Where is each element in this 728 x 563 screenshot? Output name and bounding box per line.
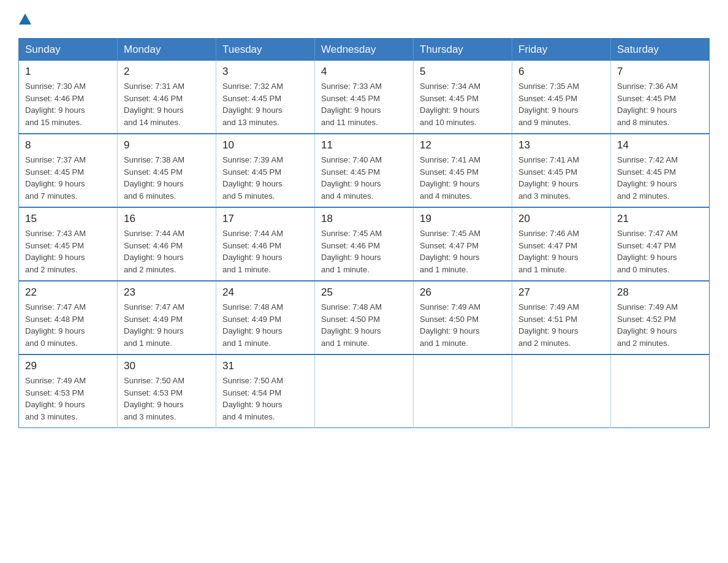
calendar-body: 1 Sunrise: 7:30 AMSunset: 4:46 PMDayligh… (19, 61, 710, 428)
day-info: Sunrise: 7:37 AMSunset: 4:45 PMDaylight:… (25, 154, 111, 202)
day-info: Sunrise: 7:35 AMSunset: 4:45 PMDaylight:… (518, 80, 604, 128)
day-number: 17 (222, 213, 308, 225)
day-info: Sunrise: 7:44 AMSunset: 4:46 PMDaylight:… (222, 228, 308, 275)
day-info: Sunrise: 7:36 AMSunset: 4:45 PMDaylight:… (617, 80, 703, 128)
day-number: 20 (518, 213, 604, 225)
day-number: 6 (518, 66, 604, 78)
calendar-cell: 30 Sunrise: 7:50 AMSunset: 4:53 PMDaylig… (118, 354, 216, 428)
day-number: 2 (124, 66, 210, 78)
calendar-cell: 4 Sunrise: 7:33 AMSunset: 4:45 PMDayligh… (315, 61, 414, 134)
calendar-cell: 12 Sunrise: 7:41 AMSunset: 4:45 PMDaylig… (414, 134, 512, 207)
calendar-week-row: 8 Sunrise: 7:37 AMSunset: 4:45 PMDayligh… (19, 134, 710, 207)
day-info: Sunrise: 7:38 AMSunset: 4:45 PMDaylight:… (124, 154, 210, 202)
calendar-cell: 7 Sunrise: 7:36 AMSunset: 4:45 PMDayligh… (611, 61, 710, 134)
calendar-cell: 17 Sunrise: 7:44 AMSunset: 4:46 PMDaylig… (216, 207, 315, 281)
day-number: 11 (321, 139, 407, 151)
day-number: 24 (222, 286, 308, 299)
day-number: 30 (124, 360, 210, 372)
day-number: 13 (518, 139, 604, 151)
calendar-cell: 19 Sunrise: 7:45 AMSunset: 4:47 PMDaylig… (414, 207, 512, 281)
calendar-cell: 9 Sunrise: 7:38 AMSunset: 4:45 PMDayligh… (118, 134, 216, 207)
calendar-cell: 21 Sunrise: 7:47 AMSunset: 4:47 PMDaylig… (611, 207, 710, 281)
calendar-cell: 18 Sunrise: 7:45 AMSunset: 4:46 PMDaylig… (315, 207, 414, 281)
calendar-cell: 8 Sunrise: 7:37 AMSunset: 4:45 PMDayligh… (19, 134, 118, 207)
day-info: Sunrise: 7:34 AMSunset: 4:45 PMDaylight:… (420, 80, 506, 128)
calendar-cell (512, 354, 611, 428)
day-info: Sunrise: 7:40 AMSunset: 4:45 PMDaylight:… (321, 154, 407, 202)
day-number: 7 (617, 66, 703, 78)
day-number: 1 (25, 66, 111, 78)
day-header-wednesday: Wednesday (315, 39, 414, 61)
day-info: Sunrise: 7:41 AMSunset: 4:45 PMDaylight:… (420, 154, 506, 202)
day-info: Sunrise: 7:32 AMSunset: 4:45 PMDaylight:… (222, 80, 308, 128)
day-number: 31 (222, 360, 308, 372)
calendar-cell: 31 Sunrise: 7:50 AMSunset: 4:54 PMDaylig… (216, 354, 315, 428)
day-info: Sunrise: 7:45 AMSunset: 4:47 PMDaylight:… (420, 228, 506, 275)
calendar-cell: 26 Sunrise: 7:49 AMSunset: 4:50 PMDaylig… (414, 281, 512, 354)
calendar-cell: 13 Sunrise: 7:41 AMSunset: 4:45 PMDaylig… (512, 134, 611, 207)
day-number: 29 (25, 360, 111, 372)
calendar-cell: 3 Sunrise: 7:32 AMSunset: 4:45 PMDayligh… (216, 61, 315, 134)
calendar-cell: 24 Sunrise: 7:48 AMSunset: 4:49 PMDaylig… (216, 281, 315, 354)
calendar-week-row: 1 Sunrise: 7:30 AMSunset: 4:46 PMDayligh… (19, 61, 710, 134)
day-header-friday: Friday (512, 39, 611, 61)
calendar-cell: 1 Sunrise: 7:30 AMSunset: 4:46 PMDayligh… (19, 61, 118, 134)
day-number: 5 (420, 66, 506, 78)
calendar-cell: 16 Sunrise: 7:44 AMSunset: 4:46 PMDaylig… (118, 207, 216, 281)
day-number: 15 (25, 213, 111, 225)
day-number: 26 (420, 286, 506, 299)
day-info: Sunrise: 7:48 AMSunset: 4:50 PMDaylight:… (321, 301, 407, 349)
day-number: 4 (321, 66, 407, 78)
calendar-cell: 25 Sunrise: 7:48 AMSunset: 4:50 PMDaylig… (315, 281, 414, 354)
page-header (18, 12, 710, 26)
day-info: Sunrise: 7:45 AMSunset: 4:46 PMDaylight:… (321, 228, 407, 275)
calendar-table: SundayMondayTuesdayWednesdayThursdayFrid… (18, 38, 710, 428)
day-number: 12 (420, 139, 506, 151)
day-number: 22 (25, 286, 111, 299)
day-info: Sunrise: 7:42 AMSunset: 4:45 PMDaylight:… (617, 154, 703, 202)
day-info: Sunrise: 7:49 AMSunset: 4:52 PMDaylight:… (617, 301, 703, 349)
calendar-header: SundayMondayTuesdayWednesdayThursdayFrid… (19, 39, 710, 61)
day-info: Sunrise: 7:41 AMSunset: 4:45 PMDaylight:… (518, 154, 604, 202)
day-info: Sunrise: 7:31 AMSunset: 4:46 PMDaylight:… (124, 80, 210, 128)
logo (18, 12, 32, 26)
logo-triangle-icon (18, 12, 32, 26)
day-info: Sunrise: 7:49 AMSunset: 4:53 PMDaylight:… (25, 375, 111, 423)
day-number: 9 (124, 139, 210, 151)
day-info: Sunrise: 7:39 AMSunset: 4:45 PMDaylight:… (222, 154, 308, 202)
calendar-cell: 28 Sunrise: 7:49 AMSunset: 4:52 PMDaylig… (611, 281, 710, 354)
day-info: Sunrise: 7:47 AMSunset: 4:47 PMDaylight:… (617, 228, 703, 275)
day-number: 16 (124, 213, 210, 225)
calendar-cell: 5 Sunrise: 7:34 AMSunset: 4:45 PMDayligh… (414, 61, 512, 134)
day-info: Sunrise: 7:43 AMSunset: 4:45 PMDaylight:… (25, 228, 111, 275)
calendar-cell (414, 354, 512, 428)
day-header-sunday: Sunday (19, 39, 118, 61)
day-header-thursday: Thursday (414, 39, 512, 61)
calendar-week-row: 22 Sunrise: 7:47 AMSunset: 4:48 PMDaylig… (19, 281, 710, 354)
day-number: 25 (321, 286, 407, 299)
day-number: 18 (321, 213, 407, 225)
calendar-cell: 10 Sunrise: 7:39 AMSunset: 4:45 PMDaylig… (216, 134, 315, 207)
day-info: Sunrise: 7:49 AMSunset: 4:50 PMDaylight:… (420, 301, 506, 349)
day-number: 23 (124, 286, 210, 299)
calendar-cell: 27 Sunrise: 7:49 AMSunset: 4:51 PMDaylig… (512, 281, 611, 354)
day-number: 28 (617, 286, 703, 299)
calendar-cell: 29 Sunrise: 7:49 AMSunset: 4:53 PMDaylig… (19, 354, 118, 428)
day-info: Sunrise: 7:33 AMSunset: 4:45 PMDaylight:… (321, 80, 407, 128)
day-header-monday: Monday (118, 39, 216, 61)
day-info: Sunrise: 7:48 AMSunset: 4:49 PMDaylight:… (222, 301, 308, 349)
calendar-cell: 15 Sunrise: 7:43 AMSunset: 4:45 PMDaylig… (19, 207, 118, 281)
calendar-cell: 22 Sunrise: 7:47 AMSunset: 4:48 PMDaylig… (19, 281, 118, 354)
day-info: Sunrise: 7:50 AMSunset: 4:54 PMDaylight:… (222, 375, 308, 423)
calendar-cell (611, 354, 710, 428)
calendar-cell: 6 Sunrise: 7:35 AMSunset: 4:45 PMDayligh… (512, 61, 611, 134)
day-header-tuesday: Tuesday (216, 39, 315, 61)
svg-marker-0 (19, 13, 31, 25)
day-number: 14 (617, 139, 703, 151)
calendar-cell: 11 Sunrise: 7:40 AMSunset: 4:45 PMDaylig… (315, 134, 414, 207)
day-header-saturday: Saturday (611, 39, 710, 61)
day-number: 10 (222, 139, 308, 151)
day-number: 3 (222, 66, 308, 78)
calendar-cell: 20 Sunrise: 7:46 AMSunset: 4:47 PMDaylig… (512, 207, 611, 281)
day-info: Sunrise: 7:47 AMSunset: 4:48 PMDaylight:… (25, 301, 111, 349)
